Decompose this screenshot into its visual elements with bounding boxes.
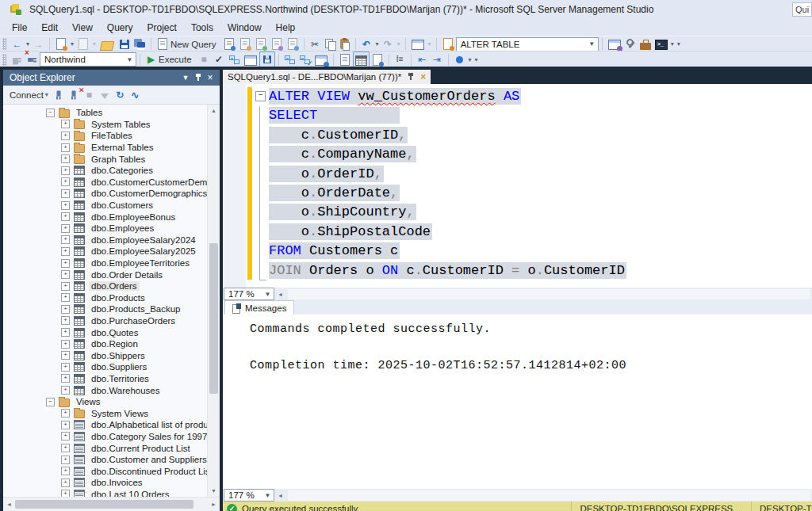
code-line[interactable]: o.OrderID, bbox=[269, 165, 626, 184]
tree-item[interactable]: +dbo.Categories bbox=[3, 165, 207, 177]
expand-icon[interactable]: + bbox=[61, 235, 70, 244]
tree-item[interactable]: +dbo.Warehouses bbox=[3, 384, 207, 396]
sql-editor[interactable]: ALTER VIEW vw_CustomerOrders ASSELECT c.… bbox=[223, 84, 812, 288]
expand-icon[interactable]: + bbox=[61, 177, 70, 186]
tree-item[interactable]: −Tables bbox=[3, 107, 207, 119]
expand-icon[interactable]: + bbox=[61, 490, 70, 497]
query-options-button[interactable] bbox=[242, 52, 259, 67]
command-window-dropdown-icon[interactable]: ▾ bbox=[669, 40, 676, 48]
menu-file[interactable]: File bbox=[5, 21, 34, 35]
registered-servers-button[interactable] bbox=[606, 37, 623, 51]
toolbar-grip[interactable] bbox=[2, 54, 6, 66]
toolbox-button[interactable] bbox=[638, 37, 653, 51]
connect-plug-button[interactable] bbox=[10, 52, 25, 67]
expand-icon[interactable]: + bbox=[61, 421, 70, 429]
connect-button[interactable]: Connect ▾ bbox=[8, 88, 52, 102]
cut-button[interactable]: ✂ bbox=[308, 37, 323, 51]
editor-horizontal-scrollbar[interactable] bbox=[288, 289, 810, 299]
tree-item[interactable]: +FileTables bbox=[3, 130, 207, 142]
undo-button[interactable]: ↶ bbox=[359, 37, 374, 51]
back-button[interactable]: ← bbox=[10, 37, 25, 51]
scrollbar-thumb[interactable] bbox=[209, 243, 218, 394]
tree-item[interactable]: +dbo.Products_Backup bbox=[3, 303, 207, 315]
tree-item[interactable]: +dbo.EmployeeTerritories bbox=[3, 257, 207, 269]
properties-button[interactable] bbox=[623, 37, 638, 51]
new-file-button[interactable] bbox=[53, 37, 69, 51]
debug-dropdown-icon[interactable]: ▾ bbox=[467, 56, 473, 63]
toolbar-grip[interactable] bbox=[2, 38, 6, 50]
menu-edit[interactable]: Edit bbox=[34, 21, 65, 35]
combo-dropdown-icon[interactable]: ▼ bbox=[586, 40, 598, 48]
tree-item[interactable]: +dbo.Orders bbox=[3, 280, 207, 292]
combo-dropdown-icon[interactable]: ▼ bbox=[262, 291, 274, 298]
forward-button[interactable]: → bbox=[31, 37, 46, 51]
tree-item[interactable]: +dbo.Territories bbox=[3, 373, 207, 385]
back-dropdown-icon[interactable]: ▾ bbox=[25, 40, 31, 48]
tree-item[interactable]: +dbo.Employees bbox=[3, 223, 207, 235]
expand-icon[interactable]: + bbox=[61, 120, 70, 128]
expand-icon[interactable]: + bbox=[61, 201, 70, 210]
expand-icon[interactable]: + bbox=[61, 409, 70, 418]
connect-object-icon[interactable] bbox=[52, 88, 67, 102]
debug-button[interactable] bbox=[452, 52, 467, 67]
toolbar-overflow-icon[interactable]: ▾ bbox=[473, 56, 480, 63]
code-line[interactable]: SELECT bbox=[269, 106, 626, 125]
expand-icon[interactable]: + bbox=[61, 293, 70, 302]
combo-dropdown-icon[interactable]: ▼ bbox=[262, 492, 274, 499]
add-item-dropdown-icon[interactable]: ▾ bbox=[91, 40, 98, 48]
code-line[interactable]: JOIN Orders o ON c.CustomerID = o.Custom… bbox=[269, 261, 626, 280]
new-file-dropdown-icon[interactable]: ▾ bbox=[69, 40, 75, 48]
expand-icon[interactable]: + bbox=[61, 212, 70, 221]
scroll-left-icon[interactable]: ◄ bbox=[3, 501, 15, 507]
save-button[interactable] bbox=[117, 37, 132, 51]
messages-tab[interactable]: Messages bbox=[224, 300, 294, 315]
expand-icon[interactable]: + bbox=[61, 282, 70, 291]
xmla-query2-button[interactable] bbox=[285, 37, 301, 51]
tree-item[interactable]: +dbo.Products bbox=[3, 292, 207, 304]
tree-item[interactable]: +dbo.Customer and Suppliers by City bbox=[3, 454, 207, 466]
tree-item[interactable]: +dbo.Customers bbox=[3, 200, 207, 212]
tree-item[interactable]: +dbo.Last 10 Orders bbox=[3, 489, 207, 497]
scroll-right-icon[interactable]: ► bbox=[208, 501, 220, 507]
tree-item[interactable]: +dbo.EmployeeSalary2024 bbox=[3, 235, 207, 246]
expand-icon[interactable]: + bbox=[61, 444, 70, 452]
menu-window[interactable]: Window bbox=[220, 21, 269, 35]
quick-launch-input[interactable]: Qui bbox=[792, 2, 812, 17]
change-connection-button[interactable]: × bbox=[25, 52, 40, 67]
expand-icon[interactable]: + bbox=[61, 351, 70, 360]
editor-zoom-combobox[interactable]: 177 % ▼ bbox=[224, 288, 274, 300]
specify-values-button[interactable] bbox=[282, 52, 297, 67]
expand-icon[interactable]: + bbox=[61, 189, 70, 198]
command-window-button[interactable] bbox=[653, 37, 669, 51]
cancel-query-button[interactable]: ■ bbox=[197, 52, 212, 67]
alter-table-combobox[interactable]: ALTER TABLE ▼ bbox=[456, 37, 599, 51]
increase-indent-button[interactable]: ⇥ bbox=[430, 52, 445, 67]
tree-item[interactable]: +System Tables bbox=[3, 119, 207, 131]
document-tab[interactable]: SQLQuery1.sql - DE...FBDO\Marijan (77))*… bbox=[223, 70, 431, 84]
menu-project[interactable]: Project bbox=[140, 21, 184, 35]
code-area[interactable]: ALTER VIEW vw_CustomerOrders ASSELECT c.… bbox=[269, 87, 626, 280]
tree-item[interactable]: +dbo.PurchaseOrders bbox=[3, 315, 207, 327]
code-line[interactable]: ALTER VIEW vw_CustomerOrders AS bbox=[269, 87, 626, 106]
menu-query[interactable]: Query bbox=[100, 21, 140, 35]
expand-icon[interactable]: + bbox=[61, 259, 70, 268]
expand-icon[interactable]: + bbox=[61, 143, 70, 152]
dmx-query-button[interactable] bbox=[253, 37, 269, 51]
close-icon[interactable]: × bbox=[204, 72, 216, 83]
code-line[interactable]: o.OrderDate, bbox=[269, 184, 626, 203]
messages-zoom-combobox[interactable]: 177 % ▼ bbox=[224, 489, 274, 501]
tree-item[interactable]: +dbo.Quotes bbox=[3, 326, 207, 338]
collapse-icon[interactable]: − bbox=[46, 109, 55, 117]
expand-icon[interactable]: + bbox=[61, 154, 70, 163]
expand-icon[interactable]: + bbox=[61, 340, 70, 349]
add-item-button[interactable] bbox=[75, 37, 91, 51]
tree-vertical-scrollbar[interactable]: ▲ ▼ bbox=[207, 105, 220, 497]
toolbar-overflow-icon[interactable]: ▾ bbox=[676, 40, 682, 48]
collapse-region-icon[interactable] bbox=[255, 91, 266, 101]
code-line[interactable]: FROM Customers c bbox=[269, 242, 626, 261]
tree-item[interactable]: −Views bbox=[3, 396, 207, 408]
estimated-plan-button[interactable] bbox=[227, 52, 242, 67]
pin-icon[interactable] bbox=[193, 73, 202, 83]
open-file-button[interactable] bbox=[98, 37, 117, 51]
tree-item[interactable]: +System Views bbox=[3, 407, 207, 419]
